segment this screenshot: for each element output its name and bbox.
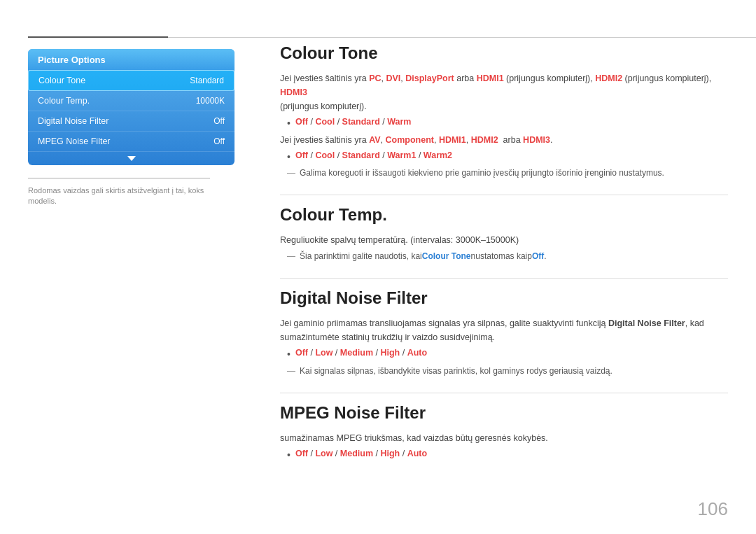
mnf-high: High — [380, 449, 400, 458]
highlight-hdmi1: HDMI1 — [477, 73, 504, 83]
digital-noise-bullet: Off / Low / Medium / High / Auto — [287, 348, 728, 360]
divider-2 — [280, 278, 728, 279]
opt-standard: Standard — [342, 117, 380, 127]
menu-item-colour-temp[interactable]: Colour Temp. 10000K — [28, 91, 234, 111]
opt-off: Off — [295, 117, 308, 127]
menu-value-digital-noise: Off — [214, 116, 225, 126]
page-number: 106 — [698, 498, 728, 520]
top-line-light — [168, 37, 756, 38]
bullet-item: Off / Low / Medium / High / Auto — [287, 348, 728, 360]
right-content: Colour Tone Jei įvesties šaltinis yra PC… — [280, 43, 728, 477]
section-colour-tone: Colour Tone Jei įvesties šaltinis yra PC… — [280, 43, 728, 179]
mpeg-noise-bullet: Off / Low / Medium / High / Auto — [287, 449, 728, 461]
opt-cool: Cool — [315, 117, 335, 127]
colour-temp-note: Šia parinktimi galite naudotis, kai Colo… — [287, 250, 728, 262]
menu-item-mpeg-noise[interactable]: MPEG Noise Filter Off — [28, 132, 234, 152]
left-panel: Picture Options Colour Tone Standard Col… — [28, 49, 245, 207]
colour-tone-bullet1: Off / Cool / Standard / Warm — [287, 117, 728, 129]
menu-value-mpeg-noise: Off — [214, 136, 225, 146]
mnf-low: Low — [315, 449, 332, 458]
menu-value-colour-tone: Standard — [190, 76, 224, 85]
mnf-auto: Auto — [407, 449, 427, 458]
digital-noise-note: Kai signalas silpnas, išbandykite visas … — [287, 365, 728, 377]
picture-options-title: Picture Options — [28, 49, 234, 70]
mnf-off: Off — [295, 449, 308, 458]
note-colour-tone-ref: Colour Tone — [422, 250, 471, 262]
bullet-item: Off / Cool / Standard / Warm — [287, 117, 728, 129]
highlight-hdmi3: HDMI3 — [280, 87, 307, 97]
highlight-hdmi2: HDMI2 — [595, 73, 622, 83]
highlight-component: Component — [386, 135, 434, 145]
dnf-off: Off — [295, 348, 308, 358]
menu-item-digital-noise[interactable]: Digital Noise Filter Off — [28, 111, 234, 132]
highlight-dvi: DVI — [386, 73, 400, 83]
highlight-pc: PC — [369, 73, 381, 83]
menu-label-colour-tone: Colour Tone — [38, 76, 85, 85]
highlight-hdmi3b: HDMI3 — [523, 135, 550, 145]
opt-cool2: Cool — [315, 150, 335, 160]
colour-tone-para2: Jei įvesties šaltinis yra AV, Component,… — [280, 133, 728, 147]
opt-warm1: Warm1 — [387, 150, 416, 160]
section-digital-noise: Digital Noise Filter Jei gaminio priimam… — [280, 288, 728, 377]
divider-3 — [280, 393, 728, 393]
note-off-ref: Off — [532, 250, 544, 262]
dnf-bold-ref: Digital Noise Filter — [608, 318, 685, 328]
menu-item-colour-tone[interactable]: Colour Tone Standard — [28, 70, 234, 91]
colour-tone-para1: Jei įvesties šaltinis yra PC, DVI, Displ… — [280, 71, 728, 113]
opt-off2: Off — [295, 150, 308, 160]
menu-value-colour-temp: 10000K — [196, 96, 225, 106]
section-title-digital-noise: Digital Noise Filter — [280, 288, 728, 308]
section-mpeg-noise: MPEG Noise Filter sumažinamas MPEG triuk… — [280, 403, 728, 461]
top-decoration — [0, 36, 756, 38]
left-footnote: Rodomas vaizdas gali skirtis atsižvelgia… — [28, 185, 210, 207]
bullet-item: Off / Low / Medium / High / Auto — [287, 449, 728, 461]
picture-options-box: Picture Options Colour Tone Standard Col… — [28, 49, 234, 165]
left-divider — [28, 178, 210, 178]
dnf-medium: Medium — [340, 348, 373, 358]
dnf-low: Low — [315, 348, 332, 358]
section-colour-temp: Colour Temp. Reguliuokite spalvų tempera… — [280, 205, 728, 262]
menu-label-mpeg-noise: MPEG Noise Filter — [38, 136, 111, 146]
section-title-colour-temp: Colour Temp. — [280, 205, 728, 225]
colour-tone-bullet2: Off / Cool / Standard / Warm1 / Warm2 — [287, 150, 728, 163]
menu-label-digital-noise: Digital Noise Filter — [38, 116, 108, 126]
section-title-colour-tone: Colour Tone — [280, 43, 728, 63]
top-line-dark — [28, 36, 168, 38]
highlight-displayport: DisplayPort — [405, 73, 454, 83]
opt-standard2: Standard — [342, 150, 380, 160]
opt-warm: Warm — [387, 117, 411, 127]
section-title-mpeg-noise: MPEG Noise Filter — [280, 403, 728, 423]
arrow-down-icon — [127, 156, 136, 161]
bullet-item: Off / Cool / Standard / Warm1 / Warm2 — [287, 150, 728, 163]
highlight-hdmi2b: HDMI2 — [471, 135, 498, 145]
menu-label-colour-temp: Colour Temp. — [38, 96, 90, 106]
divider-1 — [280, 195, 728, 195]
colour-temp-para1: Reguliuokite spalvų temperatūrą. (interv… — [280, 233, 728, 247]
mpeg-noise-para1: sumažinamas MPEG triukšmas, kad vaizdas … — [280, 431, 728, 445]
highlight-hdmi1b: HDMI1 — [439, 135, 466, 145]
colour-tone-note: Galima koreguoti ir išsaugoti kiekvieno … — [287, 167, 728, 179]
dnf-high: High — [380, 348, 400, 358]
opt-warm2: Warm2 — [424, 150, 452, 160]
digital-noise-para1: Jei gaminio priimamas transliuojamas sig… — [280, 316, 728, 344]
highlight-av: AV — [369, 135, 380, 145]
menu-arrow — [28, 152, 234, 165]
mnf-medium: Medium — [340, 449, 373, 458]
dnf-auto: Auto — [407, 348, 427, 358]
